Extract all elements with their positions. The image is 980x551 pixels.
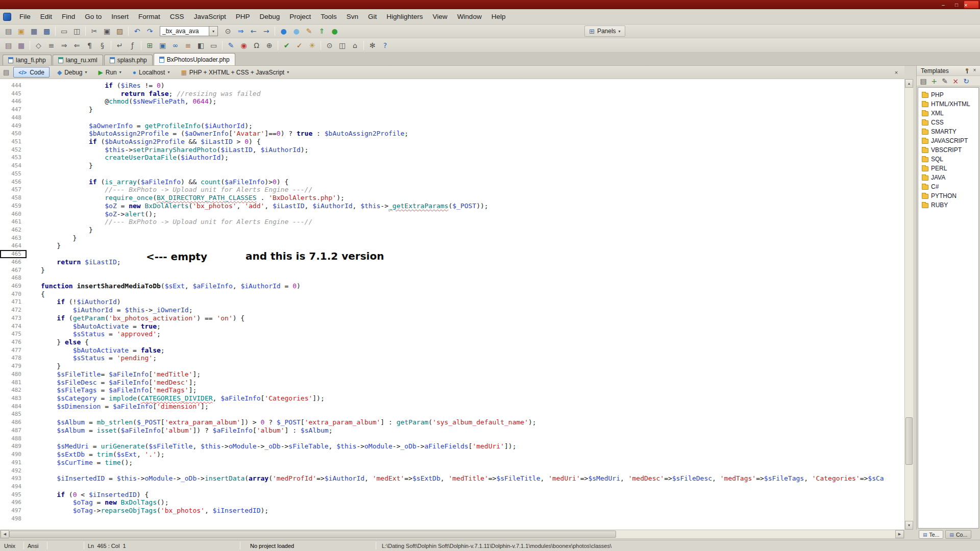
tab-bxphotosuploader-php[interactable]: BxPhotosUploader.php (154, 53, 235, 65)
add-template-icon[interactable]: + (929, 77, 939, 85)
insert-image-icon[interactable]: ▣ (156, 40, 169, 51)
menu-item-debug[interactable]: Debug (255, 10, 284, 23)
vertical-scrollbar[interactable]: ▲ ▼ (904, 79, 913, 530)
code-line-479[interactable]: 479 } (0, 362, 884, 370)
code-line-475[interactable]: 475 $sStatus = 'approved'; (0, 330, 884, 338)
code-cleaner-icon[interactable]: ✳ (306, 40, 318, 51)
code-line-496[interactable]: 496 $oTag = new BxDolTags(); (0, 498, 884, 507)
find-icon[interactable]: ⊙ (222, 26, 234, 37)
code-line-490[interactable]: 490 $sExtDb = trim($sExt, '.'); (0, 450, 884, 459)
menu-item-git[interactable]: Git (363, 10, 381, 23)
special-chars-icon[interactable]: Ω (250, 40, 263, 51)
menu-item-project[interactable]: Project (285, 10, 315, 23)
code-line-467[interactable]: 467} (0, 266, 884, 274)
pin-icon[interactable] (964, 68, 970, 74)
code-line-483[interactable]: 483 $sCategory = implode(CATEGORIES_DIVI… (0, 394, 884, 403)
template-category-vbscript[interactable]: VBSCRIPT (918, 145, 978, 155)
connection-status-icon[interactable]: ● (328, 26, 341, 37)
indent-icon[interactable]: ⇒ (58, 40, 70, 51)
code-line-497[interactable]: 497 $oTag->reparseObjTags('bx_photos', $… (0, 507, 884, 515)
open-file-icon[interactable]: ▣ (15, 26, 28, 37)
code-line-498[interactable]: 498 (0, 515, 884, 523)
menu-item-help[interactable]: Help (487, 10, 510, 23)
validate-code-icon[interactable]: ✔ (280, 40, 293, 51)
panel-close-icon[interactable]: × (971, 67, 978, 74)
preferences-icon[interactable]: ✻ (366, 40, 379, 51)
menu-item-format[interactable]: Format (134, 10, 165, 23)
template-category-c-[interactable]: C# (918, 182, 978, 191)
code-line-452[interactable]: 452 $this->setPrimarySharedPhoto($iLastI… (0, 146, 884, 154)
scroll-left-icon[interactable]: ◀ (1, 530, 9, 538)
panels-button[interactable]: ⊞ Panels ▾ (584, 26, 625, 37)
code-line-480[interactable]: 480 $sFileTitle= $aFileInfo['medTitle']; (0, 370, 884, 379)
nav-forward-icon[interactable]: → (260, 26, 273, 37)
scroll-up-icon[interactable]: ▲ (905, 79, 913, 88)
save-snippet-icon[interactable]: ▦ (15, 40, 28, 51)
code-line-459[interactable]: 459 $oZ = new BxDolAlerts('bx_photos', '… (0, 202, 884, 210)
horizontal-scrollbar[interactable]: ◀ ▶ (0, 530, 904, 539)
code-line-461[interactable]: 461 //--- BxPhoto -> Upload unit for Ale… (0, 218, 884, 226)
code-line-463[interactable]: 463 } (0, 234, 884, 242)
menu-item-insert[interactable]: Insert (107, 10, 133, 23)
help-icon[interactable]: ? (379, 40, 391, 51)
code-line-460[interactable]: 460 $oZ->alert(); (0, 210, 884, 218)
code-line-447[interactable]: 447 } (0, 106, 884, 114)
code-view-button[interactable]: </> Code (13, 67, 50, 78)
delete-template-icon[interactable]: × (951, 77, 960, 85)
menu-item-javascript[interactable]: JavaScript (189, 10, 231, 23)
template-category-css[interactable]: CSS (918, 118, 978, 127)
insert-template-icon[interactable]: ▤ (919, 77, 928, 85)
outdent-icon[interactable]: ⇐ (70, 40, 83, 51)
code-editor[interactable]: 444 if ($iRes != 0)445 return false; //r… (0, 79, 904, 530)
run-dropdown[interactable]: ▶ Run ▾ (95, 67, 125, 78)
print-preview-icon[interactable]: ◫ (70, 26, 83, 37)
template-category-smarty[interactable]: SMARTY (918, 127, 978, 136)
code-line-458[interactable]: 458 require_once(BX_DIRECTORY_PATH_CLASS… (0, 194, 884, 202)
copy-icon[interactable]: ▣ (101, 26, 113, 37)
duplicate-line-icon[interactable]: ≡ (45, 40, 58, 51)
nav-back-icon[interactable]: ← (247, 26, 260, 37)
menu-item-edit[interactable]: Edit (36, 10, 57, 23)
code-line-445[interactable]: 445 return false; //resizing was failed (0, 90, 884, 98)
code-line-491[interactable]: 491 $sCurTime = time(); (0, 459, 884, 467)
tab-lang-ru-xml[interactable]: lang_ru.xml (53, 55, 103, 65)
css-editor-icon[interactable]: ✎ (225, 40, 237, 51)
search-dropdown-icon[interactable]: ▾ (209, 26, 218, 36)
search-input[interactable] (160, 26, 209, 36)
find-next-icon[interactable]: ⇒ (234, 26, 247, 37)
code-line-456[interactable]: 456 if (is_array($aFileInfo) && count($a… (0, 178, 884, 186)
code-line-462[interactable]: 462 } (0, 226, 884, 234)
code-line-471[interactable]: 471 if (!$iAuthorId) (0, 298, 884, 306)
code-line-444[interactable]: 444 if ($iRes != 0) (0, 82, 884, 90)
menu-item-window[interactable]: Window (453, 10, 486, 23)
menu-item-view[interactable]: View (428, 10, 452, 23)
horizontal-scroll-thumb[interactable] (9, 531, 616, 538)
insert-date-icon[interactable]: ⊕ (263, 40, 276, 51)
code-line-481[interactable]: 481 $sFileDesc = $aFileInfo['medDesc']; (0, 379, 884, 387)
code-line-495[interactable]: 495 if (0 < $iInsertedID) { (0, 491, 884, 499)
template-category-javascript[interactable]: JAVASCRIPT (918, 136, 978, 145)
code-line-489[interactable]: 489 $sMedUri = uriGenerate($sFileTitle, … (0, 442, 884, 450)
template-category-xml[interactable]: XML (918, 109, 978, 118)
code-line-466[interactable]: 466 return $iLastID; (0, 258, 884, 266)
server-preview-icon[interactable]: ● (290, 26, 303, 37)
color-picker-icon[interactable]: ◉ (237, 40, 250, 51)
template-category-ruby[interactable]: RUBY (918, 201, 978, 210)
code-line-482[interactable]: 482 $sFileTags = $aFileInfo['medTags']; (0, 386, 884, 394)
code-line-484[interactable]: 484 $sDimension = $aFileInfo['dimension'… (0, 403, 884, 411)
close-icon[interactable]: × (964, 1, 979, 9)
panel-tab-co[interactable]: ▤Co... (945, 530, 971, 539)
template-category-perl[interactable]: PERL (918, 164, 978, 173)
template-category-html-xhtml[interactable]: HTML/XHTML (918, 99, 978, 109)
code-line-449[interactable]: 449 $aOwnerInfo = getProfileInfo($iAutho… (0, 122, 884, 130)
insert-div-icon[interactable]: ◧ (194, 40, 207, 51)
debug-dropdown[interactable]: ◆ Debug ▾ (54, 67, 91, 78)
comment-code-icon[interactable]: ¶ (83, 40, 96, 51)
tab-lang-fi-php[interactable]: lang_fi.php (3, 55, 52, 65)
code-line-494[interactable]: 494 (0, 483, 884, 491)
edit-tag-icon[interactable]: ◇ (32, 40, 45, 51)
code-line-464[interactable]: 464 } (0, 242, 884, 250)
refresh-templates-icon[interactable]: ↻ (962, 77, 971, 85)
goto-line-icon[interactable]: ↵ (113, 40, 126, 51)
close-document-icon[interactable]: × (892, 68, 900, 77)
